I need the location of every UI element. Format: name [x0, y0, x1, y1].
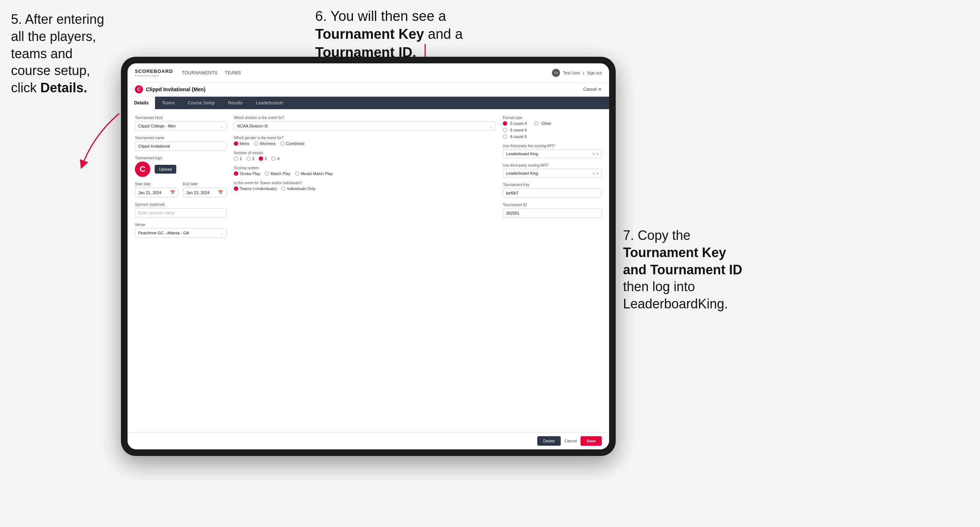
rounds-2-radio[interactable]: [246, 156, 251, 161]
rounds-2[interactable]: 2: [246, 156, 255, 161]
scoring-stroke-radio[interactable]: [234, 171, 238, 176]
scoring-stroke-play[interactable]: Stroke Play: [234, 171, 260, 176]
gender-group: Which gender is the event for? Mens Wome…: [234, 136, 495, 146]
nav-teams[interactable]: TEAMS: [225, 69, 241, 77]
format-5count4[interactable]: 5 count 4: [503, 121, 527, 125]
user-avatar: TU: [552, 69, 560, 77]
tournament-cancel-btn[interactable]: Cancel ✕: [583, 87, 602, 92]
end-date-label: End date: [183, 182, 226, 186]
format-5count4-radio[interactable]: [503, 121, 507, 125]
tournament-key-value[interactable]: bef6b7: [503, 188, 602, 198]
gender-mens[interactable]: Mens: [234, 141, 250, 146]
start-date-input[interactable]: Jan 21, 2024 📅: [135, 187, 178, 197]
tournament-host-group: Tournament Host Clippd College - Men: [135, 116, 226, 131]
venue-group: Venue Peachtree GC - Atlanta - GA: [135, 223, 226, 238]
save-button[interactable]: Save: [581, 436, 602, 446]
tournament-header: C Clippd Invitational (Men) Cancel ✕: [127, 83, 609, 97]
gender-label: Which gender is the event for?: [234, 136, 495, 140]
nav-tournaments[interactable]: TOURNAMENTS: [182, 69, 218, 77]
mid-col: Which division is the event for? NCAA Di…: [234, 116, 495, 425]
tournament-logo-small: C: [135, 85, 143, 94]
scoring-match-play[interactable]: Match Play: [265, 171, 290, 176]
tab-results[interactable]: Results: [221, 97, 249, 109]
tournament-logo-big: C: [135, 162, 150, 177]
third-party-2-label: Use third-party scoring API?: [503, 163, 602, 167]
third-party-1-input[interactable]: Leaderboard King ✕ ▾: [503, 149, 602, 158]
venue-input[interactable]: Peachtree GC - Atlanta - GA: [135, 228, 226, 238]
bottom-bar: Delete Cancel Save: [127, 432, 609, 449]
sponsor-input[interactable]: Enter sponsor name: [135, 208, 226, 217]
tab-teams[interactable]: Teams: [155, 97, 181, 109]
teams-radio[interactable]: [234, 186, 238, 191]
format-6count5[interactable]: 6 count 5: [503, 134, 527, 139]
third-party-2-clear[interactable]: ✕: [592, 171, 595, 175]
gender-combined-radio[interactable]: [280, 141, 285, 146]
right-col: Format type 5 count 4 6 count 4: [503, 116, 602, 425]
format-label: Format type: [503, 116, 602, 120]
upload-button[interactable]: Upload: [155, 165, 176, 174]
format-6count4-radio[interactable]: [503, 128, 507, 132]
third-party-1-clear[interactable]: ✕: [592, 152, 595, 156]
tournament-id-value[interactable]: 302051: [503, 208, 602, 218]
end-date-input[interactable]: Jan 23, 2024 📅: [183, 187, 226, 197]
format-col-right: Other: [534, 121, 552, 139]
tab-details[interactable]: Details: [127, 97, 155, 109]
annotation-bottom-right: 7. Copy the Tournament Key and Tournamen…: [623, 227, 799, 313]
format-other-radio[interactable]: [534, 121, 538, 125]
nav-separator: |: [583, 71, 584, 75]
division-input[interactable]: NCAA Division III: [234, 121, 495, 131]
tournament-host-input[interactable]: Clippd College - Men: [135, 121, 226, 131]
format-col-left: 5 count 4 6 count 4 6 count 5: [503, 121, 527, 139]
footer-cancel-button[interactable]: Cancel: [565, 439, 577, 443]
tab-course-setup[interactable]: Course Setup: [181, 97, 221, 109]
division-label: Which division is the event for?: [234, 116, 495, 120]
rounds-1[interactable]: 1: [234, 156, 242, 161]
gender-womens-radio[interactable]: [254, 141, 258, 146]
rounds-4[interactable]: 4: [271, 156, 279, 161]
tournament-name-input[interactable]: Clippd Invitational: [135, 141, 226, 151]
scoring-match-radio[interactable]: [265, 171, 269, 176]
rounds-3-radio[interactable]: [259, 156, 263, 161]
format-6count4[interactable]: 6 count 4: [503, 128, 527, 132]
logo-upload: C Upload: [135, 162, 226, 177]
end-date-field: End date Jan 23, 2024 📅: [183, 182, 226, 197]
sign-out-link[interactable]: Sign out: [587, 71, 602, 75]
third-party-2-input[interactable]: Leaderboard King ✕ ▾: [503, 169, 602, 178]
delete-button[interactable]: Delete: [537, 436, 561, 446]
scoring-medal-match[interactable]: Medal Match Play: [295, 171, 333, 176]
tab-leaderboards[interactable]: Leaderboards: [249, 97, 290, 109]
content-area: Tournament Host Clippd College - Men Tou…: [127, 109, 609, 432]
tournament-name-group: Tournament name Clippd Invitational: [135, 136, 226, 151]
user-name: Test User: [563, 71, 580, 75]
tournament-logo-group: Tournament logo C Upload: [135, 156, 226, 177]
rounds-group: Number of rounds 1 2 3: [234, 151, 495, 161]
annotation-left: 5. After entering all the players, teams…: [11, 11, 125, 97]
left-col: Tournament Host Clippd College - Men Tou…: [135, 116, 226, 425]
rounds-4-radio[interactable]: [271, 156, 275, 161]
teams-label: Is this event for Teams and/or Individua…: [234, 181, 495, 185]
gender-womens[interactable]: Womens: [254, 141, 275, 146]
third-party-2-group: Use third-party scoring API? Leaderboard…: [503, 163, 602, 178]
scoring-label: Scoring system: [234, 166, 495, 170]
teams-options: Teams (+Individuals) Individuals Only: [234, 186, 495, 191]
top-nav: SCOREBOARD Powered by clipod TOURNAMENTS…: [127, 63, 609, 83]
rounds-1-radio[interactable]: [234, 156, 238, 161]
calendar-icon-end: 📅: [218, 190, 223, 195]
rounds-options: 1 2 3 4: [234, 156, 495, 161]
teams-group: Is this event for Teams and/or Individua…: [234, 181, 495, 191]
format-6count5-radio[interactable]: [503, 134, 507, 139]
brand-title: SCOREBOARD: [135, 68, 173, 74]
gender-combined[interactable]: Combined: [280, 141, 304, 146]
individuals-only[interactable]: Individuals Only: [281, 186, 315, 191]
teams-with-individuals[interactable]: Teams (+Individuals): [234, 186, 277, 191]
rounds-3[interactable]: 3: [259, 156, 267, 161]
sponsor-group: Sponsor (optional) Enter sponsor name: [135, 203, 226, 217]
nav-right: TU Test User | Sign out: [552, 69, 602, 77]
scoring-medal-radio[interactable]: [295, 171, 299, 176]
individuals-radio[interactable]: [281, 186, 285, 191]
tournament-key-label: Tournament Key: [503, 183, 602, 187]
gender-options: Mens Womens Combined: [234, 141, 495, 146]
gender-mens-radio[interactable]: [234, 141, 238, 146]
format-other[interactable]: Other: [534, 121, 552, 125]
tablet-screen: SCOREBOARD Powered by clipod TOURNAMENTS…: [127, 63, 609, 449]
